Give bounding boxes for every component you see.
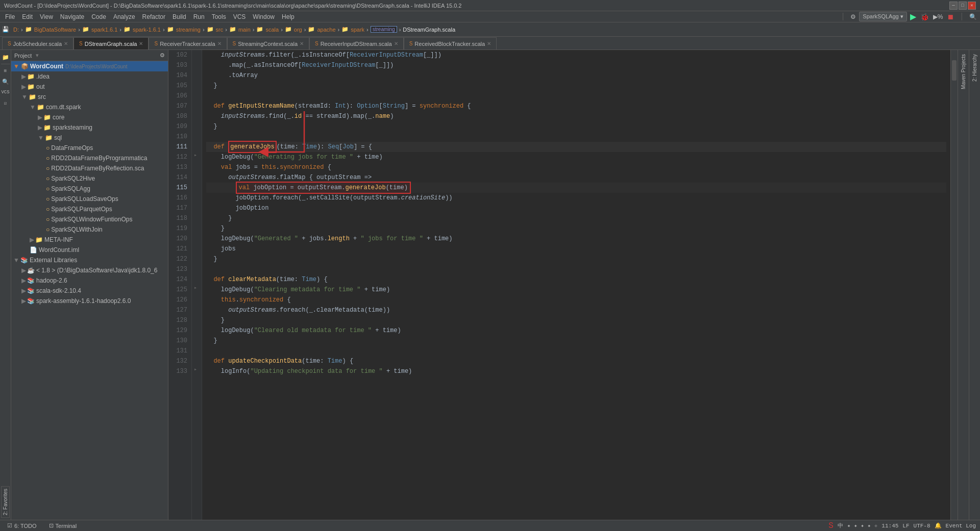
breadcrumb-main[interactable]: main <box>238 27 251 33</box>
breadcrumb-apache[interactable]: apache <box>317 27 335 33</box>
tree-rdd2prog[interactable]: ○ RDD2DataFrameByProgrammatica <box>11 153 168 163</box>
tree-expand-icon: ▼ <box>13 63 19 70</box>
menu-edit[interactable]: Edit <box>19 12 36 21</box>
breadcrumb-src[interactable]: src <box>216 27 224 33</box>
run-with-coverage-button[interactable]: ▶% <box>932 12 944 21</box>
tree-dataframeops-label: DataFrameOps <box>51 144 93 151</box>
fold-124[interactable]: ▸ <box>194 285 197 291</box>
ln-131: 131 <box>170 346 187 356</box>
debug-button[interactable]: 🐞 <box>919 12 930 22</box>
tree-jdk[interactable]: ▶ ☕ < 1.8 > (D:\BigDataSoftware\Java\jdk… <box>11 265 168 275</box>
tab-jobscheduler[interactable]: S JobScheduler.scala ✕ <box>2 37 74 49</box>
build-button[interactable]: ⚙ <box>849 12 857 21</box>
stop-button[interactable]: ⏹ <box>946 12 955 22</box>
menu-help[interactable]: Help <box>279 12 298 21</box>
tree-out[interactable]: ▶ 📁 out <box>11 82 168 92</box>
code-area[interactable]: 102 103 104 105 106 107 108 109 110 111 … <box>168 50 958 520</box>
breadcrumb-streaming[interactable]: streaming <box>176 27 201 33</box>
maximize-button[interactable]: □ <box>959 2 967 10</box>
fold-132[interactable]: ▸ <box>194 366 197 372</box>
tree-dataframeops[interactable]: ○ DataFrameOps <box>11 143 168 153</box>
breadcrumb-bigdata[interactable]: BigDataSoftware <box>34 27 77 33</box>
menu-window[interactable]: Window <box>250 12 278 21</box>
menu-build[interactable]: Build <box>169 12 189 21</box>
tree-hadoop[interactable]: ▶ 📚 hadoop-2.6 <box>11 275 168 286</box>
tab-close-dstreamgraph[interactable]: ✕ <box>139 41 143 46</box>
find-icon[interactable]: 🔍 <box>1 77 11 87</box>
ln-106: 106 <box>170 91 187 101</box>
run-button[interactable]: ▶ <box>909 11 917 22</box>
tree-sparksqlloadsave[interactable]: ○ SparkSQLLoadSaveOps <box>11 194 168 204</box>
tree-sql[interactable]: ▼ 📁 sql <box>11 133 168 143</box>
tree-src[interactable]: ▼ 📁 src <box>11 92 168 102</box>
fold-111[interactable]: ▸ <box>194 152 197 158</box>
project-icon[interactable]: 📁 <box>1 52 11 62</box>
tree-spark-assembly[interactable]: ▶ 📚 spark-assembly-1.6.1-hadoop2.6.0 <box>11 296 168 306</box>
tab-close-streamingcontext[interactable]: ✕ <box>300 41 304 46</box>
close-button[interactable]: ✕ <box>968 2 976 10</box>
breadcrumb-scala[interactable]: scala <box>265 27 279 33</box>
menu-file[interactable]: File <box>2 12 18 21</box>
tree-idea[interactable]: ▶ 📁 .idea <box>11 71 168 82</box>
tree-wordcount-iml[interactable]: 📄 WordCount.iml <box>11 245 168 255</box>
tab-close-receiverinputdstream[interactable]: ✕ <box>394 41 398 46</box>
minimize-button[interactable]: ─ <box>949 2 958 10</box>
tree-ext-libs[interactable]: ▼ 📚 External Libraries <box>11 255 168 265</box>
maven-label[interactable]: Maven Projects <box>959 50 968 93</box>
event-log[interactable]: Event Log <box>946 523 976 529</box>
tree-sparksqlwindow[interactable]: ○ SparkSQLWindowFuntionOps <box>11 214 168 224</box>
breadcrumb-org[interactable]: org <box>294 27 302 33</box>
tree-spark-asm-label: spark-assembly-1.6.1-hadoop2.6.0 <box>36 297 131 305</box>
title-bar-buttons[interactable]: ─ □ ✕ <box>949 2 976 10</box>
menu-navigate[interactable]: Navigate <box>57 12 87 21</box>
project-dropdown[interactable]: ▾ <box>36 52 39 59</box>
menu-vcs[interactable]: VCS <box>230 12 249 21</box>
tab-dstreamgraph[interactable]: S DStreamGraph.scala ✕ <box>74 37 149 49</box>
breadcrumb-spark2[interactable]: spark <box>351 27 364 33</box>
hierarchy-label[interactable]: 2: Hierarchy <box>970 50 979 86</box>
tree-meta-inf[interactable]: ▶ 📁 META-INF <box>11 235 168 245</box>
todo-icon[interactable]: ☑ <box>1 98 11 108</box>
bottom-tab-terminal[interactable]: ⊡ Terminal <box>46 521 80 530</box>
tree-core[interactable]: ▶ 📁 core <box>11 112 168 122</box>
code-editor[interactable]: 102 103 104 105 106 107 108 109 110 111 … <box>168 50 958 520</box>
code-line-129: logDebug("Cleared old metadata for time … <box>206 325 946 336</box>
scrollbar-thumb[interactable] <box>952 60 957 81</box>
breadcrumb-file[interactable]: DStreamGraph.scala <box>403 27 455 33</box>
tab-close-jobscheduler[interactable]: ✕ <box>64 41 68 46</box>
menu-tools[interactable]: Tools <box>209 12 229 21</box>
menu-run[interactable]: Run <box>190 12 208 21</box>
vcs-icon[interactable]: VCS <box>1 87 11 97</box>
breadcrumb-spark161[interactable]: spark1.6.1 <box>91 27 117 33</box>
tree-wordcount[interactable]: ▼ 📦 WordCount D:\IdeaProjects\WordCount <box>11 61 168 71</box>
structure-icon[interactable]: ≡ <box>1 66 11 76</box>
sidebar-gear[interactable]: ⚙ <box>160 52 165 59</box>
tree-sparksqljoin[interactable]: ○ SparkSQLWithJoin <box>11 224 168 235</box>
menu-refactor[interactable]: Refactor <box>139 12 168 21</box>
tab-receiverinputdstream[interactable]: S ReceiverInputDStream.scala ✕ <box>309 37 404 49</box>
breadcrumb-spark[interactable]: spark-1.6.1 <box>133 27 161 33</box>
tree-sparksql2hive[interactable]: ○ SparkSQL2Hive <box>11 173 168 184</box>
bottom-tab-todo[interactable]: ☑ 6: TODO <box>4 521 40 530</box>
search-button[interactable]: 🔍 <box>968 12 978 21</box>
tab-streamingcontext[interactable]: S StreamingContext.scala ✕ <box>227 37 309 49</box>
favorites-label[interactable]: 2: Favorites <box>1 486 10 518</box>
tree-sparksqlparquet[interactable]: ○ SparkSQLParquetOps <box>11 204 168 214</box>
tab-receivertracker[interactable]: S ReceiverTracker.scala ✕ <box>149 37 227 49</box>
tab-receivedblocktracker[interactable]: S ReceivedBlockTracker.scala ✕ <box>404 37 497 49</box>
tree-sparksteaming[interactable]: ▶ 📁 sparksteaming <box>11 122 168 133</box>
run-config[interactable]: SparkSQLAgg ▾ <box>859 12 906 21</box>
tree-sparksqlagg[interactable]: ○ SparkSQLAgg <box>11 184 168 194</box>
tree-rdd2refl[interactable]: ○ RDD2DataFrameByReflection.sca <box>11 163 168 173</box>
tab-close-receivedblocktracker[interactable]: ✕ <box>487 41 491 46</box>
tree-scala-sdk[interactable]: ▶ 📚 scala-sdk-2.10.4 <box>11 286 168 296</box>
breadcrumb-streaming-badge[interactable]: streaming <box>371 26 397 33</box>
right-scrollbar[interactable] <box>950 50 958 520</box>
tab-close-receivertracker[interactable]: ✕ <box>217 41 222 46</box>
menu-code[interactable]: Code <box>88 12 109 21</box>
tree-com-dt-spark[interactable]: ▼ 📁 com.dt.spark <box>11 102 168 112</box>
breadcrumb-D[interactable]: D: <box>13 27 19 33</box>
menu-view[interactable]: View <box>37 12 56 21</box>
menu-analyze[interactable]: Analyze <box>110 12 138 21</box>
code-content[interactable]: inputStreams.filter(_.isInstanceOf[Recei… <box>202 50 950 520</box>
